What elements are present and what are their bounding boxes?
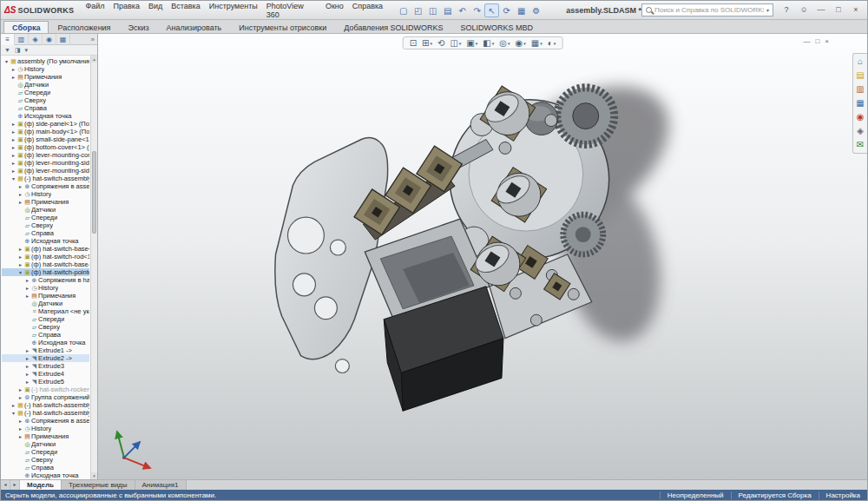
- expand-arrow-icon[interactable]: ▾: [17, 269, 23, 275]
- tree-item[interactable]: ◎ Датчики: [2, 206, 89, 214]
- tree-item[interactable]: ▱ Спереди: [2, 315, 89, 323]
- doc-close-button[interactable]: ×: [825, 37, 829, 46]
- tree-item[interactable]: ▱ Справа: [2, 229, 89, 237]
- menu-window[interactable]: Окно: [321, 0, 348, 21]
- menu-file[interactable]: Файл: [81, 0, 108, 21]
- expand-arrow-icon[interactable]: ▸: [24, 285, 30, 291]
- custom-properties-icon[interactable]: ◈: [857, 126, 864, 136]
- dimxpert-tab[interactable]: ◉: [43, 34, 56, 45]
- tree-item[interactable]: ▱ Спереди: [2, 214, 89, 221]
- print-button[interactable]: ▤: [440, 3, 455, 17]
- tree-item[interactable]: ▸ ▣ (-) hat-switch-rocker<1> (По...: [2, 386, 89, 393]
- tree-item[interactable]: ▱ Сверху: [2, 96, 89, 104]
- tree-item[interactable]: ▸ ▤ Примечания: [2, 73, 89, 81]
- panel-flyout-icon[interactable]: »: [89, 36, 97, 43]
- hide-show-items-button[interactable]: ◎ ▾: [497, 38, 511, 48]
- tree-item[interactable]: ≡ Материал <не указан>: [2, 307, 89, 315]
- tree-item[interactable]: ▱ Справа: [2, 104, 89, 112]
- expand-arrow-icon[interactable]: ▸: [17, 394, 23, 400]
- doc-restore-button[interactable]: □: [815, 37, 819, 46]
- design-library-icon[interactable]: ▤: [856, 70, 864, 81]
- tree-item[interactable]: ▸ ◥ Extrude3: [2, 362, 89, 370]
- menu-photoview-360[interactable]: PhotoView 360: [262, 0, 321, 21]
- tree-item[interactable]: ▸ ▤ Примечания: [2, 432, 89, 440]
- tree-item[interactable]: ▾ ▦ (-) hat-switch-assembly<3> (За...: [2, 409, 89, 417]
- expand-arrow-icon[interactable]: ▸: [24, 379, 30, 385]
- scroll-up-icon[interactable]: ▴: [91, 56, 97, 63]
- tree-item[interactable]: ⊕ Исходная точка: [2, 471, 89, 479]
- expand-arrow-icon[interactable]: ▸: [10, 160, 16, 166]
- previous-view-button[interactable]: ⟲ ▾: [436, 38, 446, 48]
- undo-button[interactable]: ↶: [455, 3, 470, 17]
- expand-arrow-icon[interactable]: ▸: [10, 66, 16, 72]
- forum-icon[interactable]: ✉: [857, 140, 864, 150]
- apply-scene-button[interactable]: ▦ ▾: [529, 38, 544, 48]
- tree-item[interactable]: ▸ ▣ (ф) side-panel<1> (По умолчани...: [2, 120, 89, 128]
- property-manager-tab[interactable]: ▥: [15, 34, 29, 45]
- file-explorer-icon[interactable]: ▥: [856, 84, 864, 95]
- tree-item[interactable]: ▸ ▣ (ф) lever-mounting-side<1> (По у...: [2, 159, 89, 167]
- tab-render-tools[interactable]: Инструменты отрисовки: [230, 21, 335, 33]
- expand-arrow-icon[interactable]: ▸: [10, 152, 16, 158]
- display-pane-icon[interactable]: ◨: [15, 47, 21, 54]
- tree-item[interactable]: ▾ ▦ assembly (По умолчанию<По у...: [2, 57, 89, 65]
- expand-arrow-icon[interactable]: ▸: [24, 293, 30, 299]
- tree-item[interactable]: ⊕ Исходная точка: [2, 237, 89, 245]
- open-button[interactable]: ◰: [411, 3, 425, 17]
- tree-item[interactable]: ▱ Спереди: [2, 448, 89, 456]
- tree-item[interactable]: ▸ ▤ Примечания: [2, 292, 89, 300]
- edit-appearance-button[interactable]: ◉ ▾: [514, 38, 528, 48]
- expand-arrow-icon[interactable]: ▸: [10, 74, 16, 80]
- tree-item[interactable]: ▾ ▦ (-) hat-switch-assembly<1> (П...: [2, 175, 89, 182]
- tab-assembly[interactable]: Сборка: [3, 21, 49, 33]
- tree-item[interactable]: ▸ ▣ (ф) lever-mounting-side<2> (По у...: [2, 167, 89, 175]
- menu-view[interactable]: Вид: [144, 0, 167, 21]
- expand-arrow-icon[interactable]: ▾: [10, 175, 16, 181]
- redo-button[interactable]: ↷: [470, 3, 484, 17]
- tree-item[interactable]: ▸ ⊛ Сопряжения в assembly: [2, 182, 89, 190]
- expand-arrow-icon[interactable]: ▸: [17, 418, 23, 424]
- expand-arrow-icon[interactable]: ▸: [10, 168, 16, 174]
- tree-item[interactable]: ◎ Датчики: [2, 300, 89, 307]
- rebuild-button[interactable]: ⟳: [499, 3, 514, 17]
- tree-item[interactable]: ▸ ▣ (ф) small-side-pane<1> (По ум...: [2, 135, 89, 143]
- new-document-button[interactable]: ▢: [396, 3, 411, 17]
- tree-item[interactable]: ▱ Сверху: [2, 456, 89, 464]
- filter-icon[interactable]: ▼: [4, 47, 10, 53]
- expand-arrow-icon[interactable]: ▸: [17, 183, 23, 189]
- maximize-button[interactable]: □: [831, 3, 846, 16]
- tree-item[interactable]: ▱ Сверху: [2, 323, 89, 331]
- tree-item[interactable]: ▸ ▣ (ф) hat-switch-base-cap<1> (...: [2, 260, 89, 268]
- tree-item[interactable]: ▸ ▣ (ф) lever-mounting-core<1> (По...: [2, 151, 89, 159]
- tree-item[interactable]: ▱ Сверху: [2, 221, 89, 229]
- feature-manager-tab[interactable]: ≡: [1, 34, 15, 45]
- section-view-button[interactable]: ◫ ▾: [448, 38, 463, 48]
- file-properties-button[interactable]: ▦: [514, 3, 529, 17]
- graphics-area[interactable]: ⊡ ▾ ⊞ ▾ ⟲ ▾ ◫ ▾ ▣ ▾ ◧: [98, 34, 867, 479]
- tab-3d-views[interactable]: Трехмерные виды: [62, 480, 135, 490]
- tree-item[interactable]: ▸ ◥ Extrude4: [2, 370, 89, 378]
- search-input[interactable]: Поиск и Справка по SOLIDWORKS ▾: [641, 3, 773, 16]
- solidworks-resources-icon[interactable]: ⌂: [858, 56, 863, 67]
- menu-tools[interactable]: Инструменты: [205, 0, 262, 21]
- tab-nav-left-icon[interactable]: ◂: [1, 480, 10, 490]
- expand-arrow-icon[interactable]: ▸: [17, 246, 23, 252]
- tab-sketch[interactable]: Эскиз: [120, 21, 158, 33]
- menu-help[interactable]: Справка: [348, 0, 387, 21]
- tree-scrollbar[interactable]: ▴ ▾: [90, 56, 97, 479]
- tree-item[interactable]: ▸ ◷ History: [2, 65, 89, 73]
- display-style-button[interactable]: ◧ ▾: [481, 38, 496, 48]
- expand-arrow-icon[interactable]: ▸: [24, 355, 30, 361]
- help-button[interactable]: ?: [779, 3, 794, 16]
- menu-edit[interactable]: Правка: [109, 0, 144, 21]
- expand-arrow-icon[interactable]: ▸: [10, 402, 16, 408]
- tree-item[interactable]: ▸ ◷ History: [2, 425, 89, 432]
- menu-insert[interactable]: Вставка: [167, 0, 204, 21]
- tab-model[interactable]: Модель: [20, 480, 62, 490]
- expand-arrow-icon[interactable]: ▸: [24, 363, 30, 369]
- tree-item[interactable]: ▸ ▣ (ф) hat-switch-rod<1> (По...: [2, 253, 89, 260]
- tree-item[interactable]: ▱ Справа: [2, 331, 89, 339]
- zoom-fit-button[interactable]: ⊡ ▾: [408, 38, 418, 48]
- model-3d[interactable]: [98, 34, 867, 479]
- tree-item[interactable]: ▸ ◥ Extrude2 ->: [2, 354, 89, 362]
